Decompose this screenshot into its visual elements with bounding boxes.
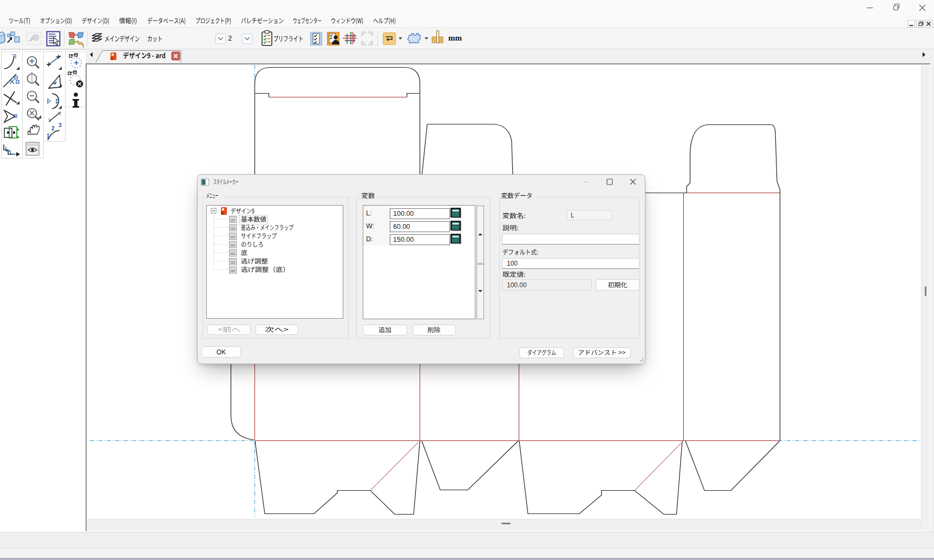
svg-text:2: 2 xyxy=(51,126,55,131)
svg-text:1: 1 xyxy=(47,133,50,139)
svg-text:3: 3 xyxy=(58,122,62,128)
